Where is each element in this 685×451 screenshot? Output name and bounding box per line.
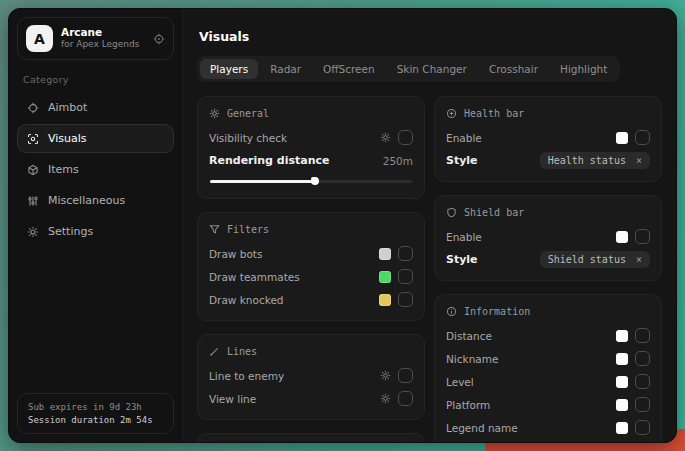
tab-crosshair[interactable]: Crosshair [479, 59, 548, 79]
sidebar-item-visuals[interactable]: Visuals [17, 124, 174, 153]
setting-row: Team number [446, 440, 650, 442]
tab-offscreen[interactable]: OffScreen [313, 59, 385, 79]
style-select[interactable]: Shield status × [540, 251, 650, 268]
sidebar-item-aimbot[interactable]: Aimbot [17, 93, 174, 122]
lines-card: Lines Line to enemy View line [197, 334, 425, 420]
setting-row: Platform [446, 394, 650, 415]
funnel-icon [209, 224, 220, 235]
checkbox[interactable] [635, 397, 650, 412]
setting-row: Distance [446, 325, 650, 346]
card-title: Information [464, 306, 530, 317]
checkbox[interactable] [398, 292, 413, 307]
health-bar-card-header: Health bar [446, 108, 650, 119]
general-card-header: General [209, 108, 413, 119]
slider-thumb[interactable] [311, 177, 319, 185]
sidebar-item-items[interactable]: Items [17, 155, 174, 184]
setting-label: Visibility check [209, 132, 287, 144]
style-select[interactable]: Health status × [540, 152, 650, 169]
card-title: General [227, 108, 269, 119]
filters-card-header: Filters [209, 224, 413, 235]
target-icon[interactable] [153, 33, 165, 45]
color-swatch[interactable] [616, 132, 628, 144]
slider-fill [210, 180, 315, 183]
tab-highlight[interactable]: Highlight [550, 59, 617, 79]
information-card-header: Information [446, 306, 650, 317]
app-logo: A [26, 25, 53, 52]
page-title: Visuals [199, 29, 660, 44]
color-swatch[interactable] [616, 330, 628, 342]
setting-label: View line [209, 393, 256, 405]
gear-icon [27, 226, 39, 238]
setting-label: Platform [446, 399, 490, 411]
general-card: General Visibility check Rendering dista… [197, 96, 425, 199]
sidebar-item-label: Aimbot [48, 101, 87, 114]
setting-row: Nickname [446, 348, 650, 369]
filters-card: Filters Draw bots Draw teammates [197, 212, 425, 321]
checkbox[interactable] [635, 130, 650, 145]
setting-row: Legend name [446, 417, 650, 438]
color-swatch[interactable] [616, 399, 628, 411]
setting-label: Style [446, 253, 478, 266]
checkbox[interactable] [635, 229, 650, 244]
config-gear-icon[interactable] [380, 132, 391, 143]
color-swatch[interactable] [379, 294, 391, 306]
color-swatch[interactable] [379, 271, 391, 283]
checkbox[interactable] [635, 374, 650, 389]
app-name: Arcane [61, 26, 145, 39]
checkbox[interactable] [398, 130, 413, 145]
checkbox[interactable] [635, 420, 650, 435]
checkbox[interactable] [635, 351, 650, 366]
information-card: Information Distance Nickname Level [434, 294, 662, 442]
config-gear-icon[interactable] [380, 370, 391, 381]
color-swatch[interactable] [616, 353, 628, 365]
setting-label: Draw bots [209, 248, 262, 260]
crosshair-icon [27, 102, 39, 114]
scan-icon [27, 133, 39, 145]
setting-row: View line [209, 388, 413, 409]
setting-label: Draw teammates [209, 271, 300, 283]
sidebar-item-settings[interactable]: Settings [17, 217, 174, 246]
tab-skin-changer[interactable]: Skin Changer [387, 59, 477, 79]
color-swatch[interactable] [379, 248, 391, 260]
setting-row: Draw knocked [209, 289, 413, 310]
checkbox[interactable] [398, 269, 413, 284]
sub-expiry: Sub expires in 9d 23h [28, 402, 163, 412]
setting-label: Enable [446, 231, 482, 243]
color-swatch[interactable] [616, 422, 628, 434]
setting-row: Visibility check [209, 127, 413, 148]
checkbox[interactable] [398, 246, 413, 261]
remove-style-icon[interactable]: × [636, 254, 642, 265]
checkbox[interactable] [635, 328, 650, 343]
sidebar-item-miscellaneous[interactable]: Miscellaneous [17, 186, 174, 215]
lines-card-header: Lines [209, 346, 413, 357]
app-window: A Arcane for Apex Legends Category Aimbo… [8, 8, 677, 443]
color-swatch[interactable] [616, 231, 628, 243]
app-subtitle: for Apex Legends [61, 39, 145, 50]
info-icon [446, 306, 457, 317]
tab-players[interactable]: Players [200, 59, 258, 79]
box-card: Box Enable Enable background [197, 433, 425, 442]
sidebar-item-label: Visuals [48, 132, 87, 145]
shield-bar-card-header: Shield bar [446, 207, 650, 218]
setting-row: Draw bots [209, 243, 413, 264]
setting-row: Enable [446, 226, 650, 247]
setting-row: Rendering distance 250m [209, 150, 413, 171]
right-column: Health bar Enable Style Health status [434, 96, 662, 442]
style-select-value: Health status [548, 155, 626, 166]
rendering-distance-slider[interactable] [210, 176, 412, 186]
setting-label: Enable [446, 132, 482, 144]
setting-label: Line to enemy [209, 370, 284, 382]
checkbox[interactable] [398, 368, 413, 383]
remove-style-icon[interactable]: × [636, 155, 642, 166]
setting-label: Level [446, 376, 474, 388]
color-swatch[interactable] [616, 376, 628, 388]
left-column: General Visibility check Rendering dista… [197, 96, 425, 442]
tab-bar: Players Radar OffScreen Skin Changer Cro… [197, 56, 620, 82]
checkbox[interactable] [398, 391, 413, 406]
sidebar-item-label: Settings [48, 225, 93, 238]
card-title: Health bar [464, 108, 524, 119]
tab-radar[interactable]: Radar [260, 59, 311, 79]
config-gear-icon[interactable] [380, 393, 391, 404]
setting-label: Legend name [446, 422, 518, 434]
brand-text: Arcane for Apex Legends [61, 26, 145, 50]
